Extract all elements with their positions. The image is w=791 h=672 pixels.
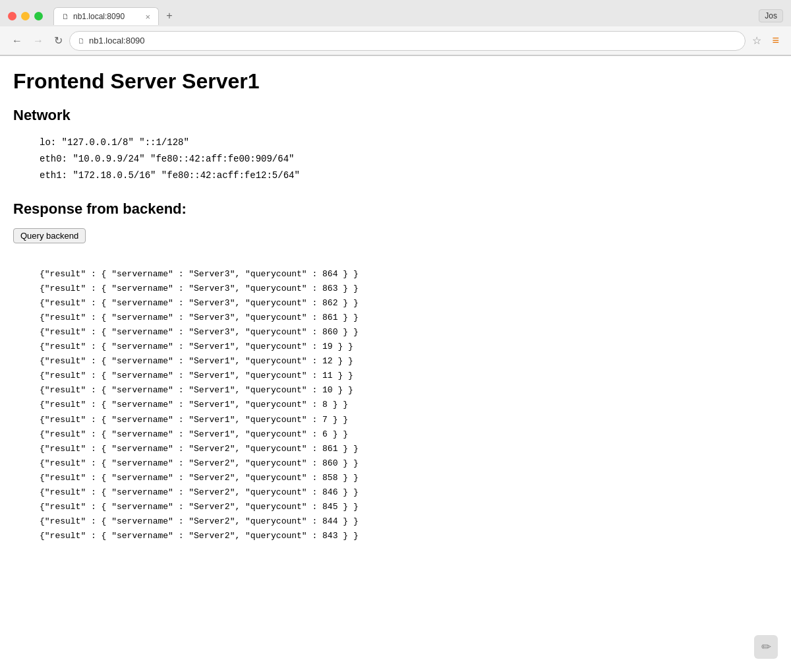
network-section-title: Network <box>13 107 778 124</box>
response-section-title: Response from backend: <box>13 200 778 218</box>
new-tab-button[interactable]: + <box>159 7 180 25</box>
result-line: {"result" : { "servername" : "Server1", … <box>40 383 778 398</box>
result-line: {"result" : { "servername" : "Server2", … <box>40 529 778 543</box>
result-line: {"result" : { "servername" : "Server1", … <box>40 340 778 354</box>
network-info: lo: "127.0.0.1/8" "::1/128" eth0: "10.0.… <box>40 135 778 185</box>
menu-button[interactable]: ≡ <box>768 31 783 50</box>
page-title: Frontend Server Server1 <box>13 69 778 94</box>
page-icon: 🗋 <box>78 37 85 45</box>
network-line-lo: lo: "127.0.0.1/8" "::1/128" <box>40 135 778 151</box>
window-controls <box>8 12 43 20</box>
result-line: {"result" : { "servername" : "Server1", … <box>40 369 778 383</box>
page-content: Frontend Server Server1 Network lo: "127… <box>0 56 791 672</box>
user-avatar: Jos <box>759 9 783 22</box>
forward-button[interactable]: → <box>29 32 47 49</box>
result-line: {"result" : { "servername" : "Server2", … <box>40 442 778 456</box>
network-line-eth0: eth0: "10.0.9.9/24" "fe80::42:aff:fe00:9… <box>40 151 778 168</box>
minimize-window-button[interactable] <box>21 12 30 20</box>
result-line: {"result" : { "servername" : "Server2", … <box>40 514 778 529</box>
results-container: {"result" : { "servername" : "Server3", … <box>40 267 778 544</box>
tab-page-icon: 🗋 <box>62 13 69 20</box>
result-line: {"result" : { "servername" : "Server3", … <box>40 296 778 311</box>
response-section: Response from backend: Query backend <box>13 200 778 257</box>
tab-bar: 🗋 nb1.local:8090 × + <box>53 7 180 25</box>
result-line: {"result" : { "servername" : "Server2", … <box>40 500 778 514</box>
reload-button[interactable]: ↻ <box>50 32 67 49</box>
result-line: {"result" : { "servername" : "Server3", … <box>40 267 778 282</box>
result-line: {"result" : { "servername" : "Server2", … <box>40 471 778 485</box>
query-backend-button[interactable]: Query backend <box>13 228 86 243</box>
result-line: {"result" : { "servername" : "Server2", … <box>40 485 778 500</box>
close-window-button[interactable] <box>8 12 16 20</box>
result-line: {"result" : { "servername" : "Server1", … <box>40 427 778 442</box>
browser-chrome: 🗋 nb1.local:8090 × + Jos ← → ↻ 🗋 nb1.loc… <box>0 0 791 56</box>
result-line: {"result" : { "servername" : "Server3", … <box>40 311 778 325</box>
result-line: {"result" : { "servername" : "Server2", … <box>40 456 778 471</box>
tab-title-label: nb1.local:8090 <box>73 12 140 21</box>
result-line: {"result" : { "servername" : "Server3", … <box>40 325 778 340</box>
result-line: {"result" : { "servername" : "Server1", … <box>40 354 778 369</box>
result-line: {"result" : { "servername" : "Server1", … <box>40 398 778 412</box>
feather-icon[interactable]: ✏ <box>754 635 778 659</box>
result-line: {"result" : { "servername" : "Server3", … <box>40 282 778 296</box>
tab-close-button[interactable]: × <box>145 13 150 21</box>
nav-bar: ← → ↻ 🗋 nb1.local:8090 ☆ ≡ <box>0 26 791 55</box>
result-line: {"result" : { "servername" : "Server1", … <box>40 413 778 427</box>
back-button[interactable]: ← <box>8 32 26 49</box>
title-bar: 🗋 nb1.local:8090 × + Jos <box>0 0 791 26</box>
url-text: nb1.local:8090 <box>89 36 737 46</box>
network-line-eth1: eth1: "172.18.0.5/16" "fe80::42:acff:fe1… <box>40 168 778 184</box>
active-tab[interactable]: 🗋 nb1.local:8090 × <box>53 7 159 25</box>
bookmark-button[interactable]: ☆ <box>748 32 765 49</box>
maximize-window-button[interactable] <box>34 12 43 20</box>
address-bar[interactable]: 🗋 nb1.local:8090 <box>69 31 746 51</box>
